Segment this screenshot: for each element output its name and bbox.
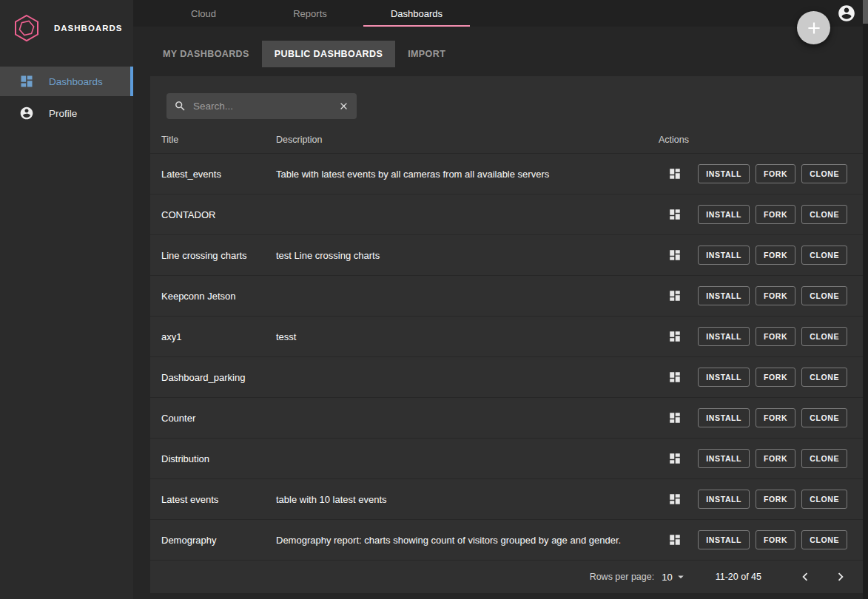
dashboard-icon bbox=[19, 74, 34, 89]
dashboard-grid-icon bbox=[668, 370, 682, 384]
tab-dashboards[interactable]: Dashboards bbox=[363, 0, 470, 27]
install-button[interactable]: INSTALL bbox=[698, 449, 750, 468]
clone-button[interactable]: CLONE bbox=[801, 164, 847, 183]
search-input[interactable] bbox=[193, 101, 332, 112]
table-row: Distribution INSTALL FORK CLONE bbox=[150, 438, 864, 478]
subtab-import[interactable]: IMPORT bbox=[395, 41, 458, 67]
install-button[interactable]: INSTALL bbox=[698, 164, 750, 183]
dashboard-grid-icon bbox=[668, 533, 682, 546]
install-button[interactable]: INSTALL bbox=[698, 530, 750, 549]
sidebar-item-dashboards[interactable]: Dashboards bbox=[0, 67, 133, 96]
clone-button[interactable]: CLONE bbox=[801, 368, 847, 387]
pagination-range: 11-20 of 45 bbox=[716, 572, 761, 582]
clone-button[interactable]: CLONE bbox=[801, 286, 847, 305]
clear-search-button[interactable] bbox=[338, 101, 349, 112]
plus-icon bbox=[804, 18, 824, 38]
install-button[interactable]: INSTALL bbox=[698, 408, 750, 427]
clone-button[interactable]: CLONE bbox=[801, 205, 847, 224]
row-title: Counter bbox=[161, 413, 276, 424]
row-title: CONTADOR bbox=[161, 209, 276, 220]
table-row: Latest events table with 10 latest event… bbox=[150, 478, 864, 519]
table-pagination: Rows per page: 10 11-20 of 45 bbox=[150, 560, 864, 593]
search-icon bbox=[174, 100, 186, 112]
install-button[interactable]: INSTALL bbox=[698, 286, 750, 305]
fork-button[interactable]: FORK bbox=[756, 286, 795, 305]
row-description: test Line crossing charts bbox=[276, 250, 659, 261]
sidebar: DASHBOARDS Dashboards Profile bbox=[0, 0, 133, 599]
table-row: CONTADOR INSTALL FORK CLONE bbox=[150, 194, 864, 234]
clone-button[interactable]: CLONE bbox=[801, 408, 847, 427]
sidebar-item-label: Profile bbox=[49, 108, 77, 119]
row-title: Dashboard_parking bbox=[161, 372, 276, 383]
install-button[interactable]: INSTALL bbox=[698, 246, 750, 265]
table-row: Latest_events Table with latest events b… bbox=[150, 153, 864, 194]
fork-button[interactable]: FORK bbox=[756, 530, 795, 549]
sidebar-item-profile[interactable]: Profile bbox=[0, 98, 133, 128]
fork-button[interactable]: FORK bbox=[756, 164, 795, 183]
close-icon bbox=[338, 101, 349, 112]
fork-button[interactable]: FORK bbox=[756, 205, 795, 224]
dashboard-grid-icon bbox=[668, 452, 682, 465]
fork-button[interactable]: FORK bbox=[756, 246, 795, 265]
brand-logo-icon bbox=[12, 13, 41, 43]
clone-button[interactable]: CLONE bbox=[801, 246, 847, 265]
chevron-right-icon bbox=[832, 569, 849, 585]
scrollbar-thumb[interactable] bbox=[863, 0, 868, 24]
table-row: Line crossing charts test Line crossing … bbox=[150, 234, 864, 275]
brand: DASHBOARDS bbox=[0, 0, 133, 56]
dashboard-subtabs: MY DASHBOARDS PUBLIC DASHBOARDS IMPORT bbox=[150, 41, 458, 67]
account-menu-button[interactable] bbox=[837, 4, 856, 23]
fork-button[interactable]: FORK bbox=[756, 408, 795, 427]
fork-button[interactable]: FORK bbox=[756, 449, 795, 468]
table-row: axy1 tesst INSTALL FORK CLONE bbox=[150, 316, 864, 356]
add-dashboard-fab[interactable] bbox=[797, 11, 830, 44]
tab-cloud[interactable]: Cloud bbox=[150, 0, 257, 27]
row-title: Latest_events bbox=[161, 169, 276, 180]
previous-page-button[interactable] bbox=[797, 569, 813, 585]
row-title: axy1 bbox=[161, 331, 276, 342]
next-page-button[interactable] bbox=[832, 569, 849, 585]
rows-per-page-select[interactable]: 10 bbox=[662, 570, 687, 583]
table-header: Title Description Actions bbox=[150, 126, 864, 153]
sidebar-menu: Dashboards Profile bbox=[0, 67, 133, 128]
install-button[interactable]: INSTALL bbox=[698, 490, 750, 509]
clone-button[interactable]: CLONE bbox=[801, 530, 847, 549]
row-title: Latest events bbox=[161, 494, 276, 505]
fork-button[interactable]: FORK bbox=[756, 327, 795, 346]
chevron-left-icon bbox=[797, 569, 813, 585]
vertical-scrollbar[interactable] bbox=[863, 0, 868, 599]
row-description: Demography report: charts showing count … bbox=[276, 535, 659, 546]
clone-button[interactable]: CLONE bbox=[801, 490, 847, 509]
header-title: Title bbox=[161, 135, 276, 145]
install-button[interactable]: INSTALL bbox=[698, 205, 750, 224]
clone-button[interactable]: CLONE bbox=[801, 449, 847, 468]
install-button[interactable]: INSTALL bbox=[698, 327, 750, 346]
row-description: tesst bbox=[276, 331, 659, 342]
subtab-public-dashboards[interactable]: PUBLIC DASHBOARDS bbox=[262, 41, 395, 67]
dropdown-arrow-icon bbox=[674, 570, 687, 583]
dashboard-grid-icon bbox=[668, 493, 682, 506]
header-description: Description bbox=[276, 135, 659, 145]
tab-reports[interactable]: Reports bbox=[257, 0, 363, 27]
dashboard-grid-icon bbox=[668, 330, 682, 343]
dashboard-grid-icon bbox=[668, 208, 682, 221]
account-circle-icon bbox=[19, 106, 34, 121]
dashboard-grid-icon bbox=[668, 411, 682, 424]
dashboard-grid-icon bbox=[668, 167, 682, 180]
sidebar-item-label: Dashboards bbox=[49, 76, 103, 87]
fork-button[interactable]: FORK bbox=[756, 490, 795, 509]
dashboard-grid-icon bbox=[668, 248, 682, 262]
rows-per-page-label: Rows per page: bbox=[590, 572, 655, 582]
table-row: Demography Demography report: charts sho… bbox=[150, 519, 864, 560]
search-box bbox=[166, 93, 357, 119]
row-description: table with 10 latest events bbox=[276, 494, 659, 505]
fork-button[interactable]: FORK bbox=[756, 368, 795, 387]
subtab-my-dashboards[interactable]: MY DASHBOARDS bbox=[150, 41, 262, 67]
row-description: Table with latest events by all cameras … bbox=[276, 169, 659, 180]
table-row: Keepconn Jetson INSTALL FORK CLONE bbox=[150, 275, 864, 316]
clone-button[interactable]: CLONE bbox=[801, 327, 847, 346]
header-actions: Actions bbox=[659, 135, 847, 145]
brand-name: DASHBOARDS bbox=[54, 24, 122, 33]
install-button[interactable]: INSTALL bbox=[698, 368, 750, 387]
dashboards-table-card: Title Description Actions Latest_events … bbox=[150, 76, 864, 593]
